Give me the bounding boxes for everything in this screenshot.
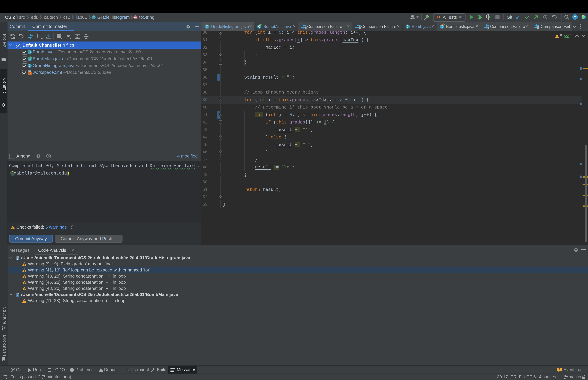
svg-text:J: J bbox=[17, 294, 18, 297]
svg-text:3: 3 bbox=[559, 368, 560, 370]
svg-text:<>: <> bbox=[28, 72, 31, 75]
svg-text:J: J bbox=[17, 257, 18, 260]
